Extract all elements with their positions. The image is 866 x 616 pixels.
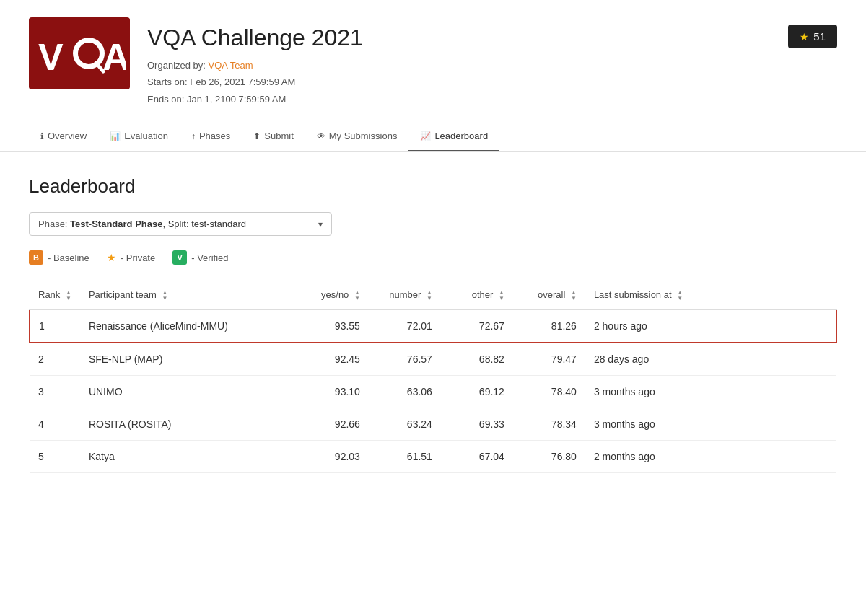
tab-my-submissions[interactable]: 👁 My Submissions xyxy=(305,122,409,151)
legend-verified: V - Verified xyxy=(172,250,228,265)
yesno-cell: 92.03 xyxy=(297,440,369,472)
baseline-label: - Baseline xyxy=(48,252,89,263)
number-cell: 63.24 xyxy=(369,408,441,440)
ends-value: Jan 1, 2100 7:59:59 AM xyxy=(187,94,286,105)
last-submission-cell: 2 hours ago xyxy=(585,309,836,343)
challenge-details: VQA Challenge 2021 Organized by: VQA Tea… xyxy=(147,17,771,107)
overall-cell: 78.34 xyxy=(513,408,585,440)
rank-cell: 5 xyxy=(30,440,80,472)
last-submission-cell: 3 months ago xyxy=(585,408,836,440)
rank-cell: 3 xyxy=(30,375,80,408)
main-content: Leaderboard Phase: Test-Standard Phase, … xyxy=(0,152,866,496)
phase-selector-text: Phase: Test-Standard Phase, Split: test-… xyxy=(38,219,312,229)
number-cell: 63.06 xyxy=(369,375,441,408)
col-other[interactable]: other ▲▼ xyxy=(441,282,513,309)
leaderboard-title: Leaderboard xyxy=(29,175,837,198)
last-submission-sort-icon: ▲▼ xyxy=(677,290,683,302)
table-header: Rank ▲▼ Participant team ▲▼ yes/no ▲▼ nu… xyxy=(30,282,836,309)
col-team[interactable]: Participant team ▲▼ xyxy=(80,282,297,309)
dropdown-arrow-icon: ▾ xyxy=(318,219,323,229)
table-row: 5Katya92.0361.5167.0476.802 months ago xyxy=(30,440,836,472)
tab-submit[interactable]: ⬆ Submit xyxy=(242,122,305,151)
other-cell: 68.82 xyxy=(441,343,513,376)
tab-phases[interactable]: ↑ Phases xyxy=(180,122,242,151)
tab-overview[interactable]: ℹ Overview xyxy=(29,122,98,151)
phase-value: Test-Standard Phase xyxy=(70,219,162,229)
team-cell: ROSITA (ROSITA) xyxy=(80,408,297,440)
ends-label: Ends on: xyxy=(147,94,184,105)
overview-icon: ℹ xyxy=(40,131,44,141)
table-row: 1Renaissance (AliceMind-MMU)93.5572.0172… xyxy=(30,309,836,343)
table-row: 4ROSITA (ROSITA)92.6663.2469.3378.343 mo… xyxy=(30,408,836,440)
other-sort-icon: ▲▼ xyxy=(499,290,504,302)
last-submission-cell: 2 months ago xyxy=(585,440,836,472)
rank-sort-icon: ▲▼ xyxy=(66,290,71,302)
challenge-info: V A VQA Challenge 2021 Organized by: VQA… xyxy=(29,17,837,107)
challenge-meta: Organized by: VQA Team Starts on: Feb 26… xyxy=(147,57,771,107)
baseline-badge: B xyxy=(29,250,43,265)
overall-cell: 78.40 xyxy=(513,375,585,408)
rank-cell: 2 xyxy=(30,343,80,376)
number-cell: 76.57 xyxy=(369,343,441,376)
tab-leaderboard[interactable]: 📈 Leaderboard xyxy=(408,122,499,151)
team-sort-icon: ▲▼ xyxy=(162,290,167,302)
organized-by-link[interactable]: VQA Team xyxy=(209,60,253,71)
number-sort-icon: ▲▼ xyxy=(427,290,432,302)
overall-cell: 76.80 xyxy=(513,440,585,472)
star-badge[interactable]: ★ 51 xyxy=(788,25,837,48)
table-body: 1Renaissance (AliceMind-MMU)93.5572.0172… xyxy=(30,309,836,473)
split-value: test-standard xyxy=(191,219,246,229)
starts-label: Starts on: xyxy=(147,76,188,87)
yesno-cell: 93.55 xyxy=(297,309,369,343)
team-cell: SFE-NLP (MAP) xyxy=(80,343,297,376)
col-number[interactable]: number ▲▼ xyxy=(369,282,441,309)
nav-tabs: ℹ Overview 📊 Evaluation ↑ Phases ⬆ Submi… xyxy=(29,122,837,151)
number-cell: 61.51 xyxy=(369,440,441,472)
legend-baseline: B - Baseline xyxy=(29,250,89,265)
other-cell: 69.33 xyxy=(441,408,513,440)
table-row: 2SFE-NLP (MAP)92.4576.5768.8279.4728 day… xyxy=(30,343,836,376)
private-label: - Private xyxy=(121,252,155,263)
table-row: 3UNIMO93.1063.0669.1278.403 months ago xyxy=(30,375,836,408)
legend-private: ★ - Private xyxy=(107,252,155,263)
yesno-cell: 92.45 xyxy=(297,343,369,376)
team-cell: Renaissance (AliceMind-MMU) xyxy=(80,309,297,343)
leaderboard-table: Rank ▲▼ Participant team ▲▼ yes/no ▲▼ nu… xyxy=(29,282,837,473)
overall-cell: 79.47 xyxy=(513,343,585,376)
other-cell: 72.67 xyxy=(441,309,513,343)
last-submission-cell: 28 days ago xyxy=(585,343,836,376)
yesno-sort-icon: ▲▼ xyxy=(354,290,360,302)
last-submission-cell: 3 months ago xyxy=(585,375,836,408)
overall-sort-icon: ▲▼ xyxy=(571,290,577,302)
phase-selector[interactable]: Phase: Test-Standard Phase, Split: test-… xyxy=(29,212,332,236)
submit-icon: ⬆ xyxy=(253,131,261,141)
rank-cell: 1 xyxy=(30,309,80,343)
col-last-submission[interactable]: Last submission at ▲▼ xyxy=(585,282,836,309)
organized-by-label: Organized by: xyxy=(147,60,206,71)
yesno-cell: 93.10 xyxy=(297,375,369,408)
col-rank[interactable]: Rank ▲▼ xyxy=(30,282,80,309)
phase-label: Phase: xyxy=(38,219,70,229)
private-badge: ★ xyxy=(107,252,116,263)
star-count: 51 xyxy=(813,30,826,43)
col-overall[interactable]: overall ▲▼ xyxy=(513,282,585,309)
other-cell: 69.12 xyxy=(441,375,513,408)
legend: B - Baseline ★ - Private V - Verified xyxy=(29,250,837,265)
number-cell: 72.01 xyxy=(369,309,441,343)
challenge-logo: V A xyxy=(29,17,130,89)
yesno-cell: 92.66 xyxy=(297,408,369,440)
svg-text:A: A xyxy=(102,36,126,78)
evaluation-icon: 📊 xyxy=(110,131,121,141)
team-cell: UNIMO xyxy=(80,375,297,408)
starts-value: Feb 26, 2021 7:59:59 AM xyxy=(190,76,295,87)
col-yesno[interactable]: yes/no ▲▼ xyxy=(297,282,369,309)
rank-cell: 4 xyxy=(30,408,80,440)
split-label: , Split: xyxy=(162,219,191,229)
team-cell: Katya xyxy=(80,440,297,472)
tab-evaluation[interactable]: 📊 Evaluation xyxy=(98,122,180,151)
verified-label: - Verified xyxy=(191,252,228,263)
phases-icon: ↑ xyxy=(191,131,196,141)
leaderboard-icon: 📈 xyxy=(420,131,431,141)
star-icon: ★ xyxy=(800,31,809,43)
svg-text:V: V xyxy=(38,36,64,78)
